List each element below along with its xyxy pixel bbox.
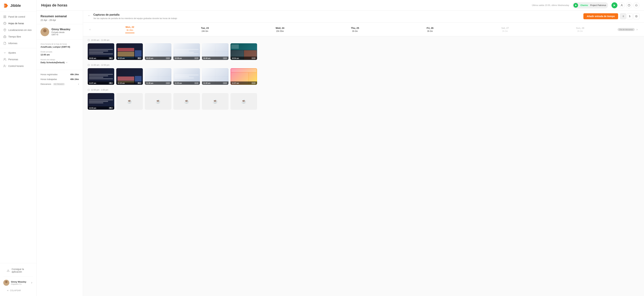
screenshots-row-0: 10:02 am 2: [88, 43, 639, 60]
sidebar-item-reports[interactable]: Informes: [0, 40, 36, 47]
screenshots-header: ← Capturas de pantalla Ver las capturas …: [83, 11, 644, 23]
day-thu-time: 0h 0m: [352, 30, 358, 32]
schedule-item: Horario de trabajo Daily Schedule(Defaul…: [40, 58, 79, 64]
screenshot-time: 10:15 am: [118, 57, 125, 59]
svg-rect-8: [4, 36, 6, 38]
screenshot-time: 11:57 am: [232, 82, 239, 84]
user-info: Ginny Weasley Fichado desde GMT+8: [52, 28, 70, 36]
avatar-image: [3, 280, 9, 286]
schedule-value[interactable]: Daily Schedule(Default): [40, 61, 79, 64]
screenshot-card[interactable]: 10:54 am ⚠ 2: [230, 43, 257, 60]
screenshot-card[interactable]: 12:03 pm 2: [88, 93, 114, 110]
user-company-bottom: Hogwarts Co: [11, 283, 29, 285]
settings-view-button[interactable]: [633, 13, 639, 19]
user-name-bottom: Ginny Weasley: [11, 281, 29, 283]
day-tue[interactable]: Tue, 23 24h 0m: [198, 26, 212, 33]
screenshot-badges: 2: [109, 82, 113, 84]
screenshot-footer: 12:03 pm 2: [88, 106, 114, 110]
svg-point-13: [5, 281, 8, 283]
day-sat-label: Sat, 27: [501, 27, 509, 29]
screenshot-card[interactable]: 11:28 am ⚠ 2: [145, 68, 172, 85]
screenshot-card[interactable]: 10:49 am ⚠ 2: [202, 43, 228, 60]
screenshot-card[interactable]: 10:38 am ⚠ 2: [173, 43, 200, 60]
user-full-name: Ginny Weasley: [52, 28, 70, 31]
screenshots-body: 10:00 am - 11:00 am 10:02 am 2: [83, 36, 644, 296]
screenshot-card-empty: ☕: [230, 93, 257, 110]
coffee-icon: ☕: [241, 99, 246, 104]
list-view-button[interactable]: [620, 13, 626, 19]
screenshot-time: 10:38 am: [175, 57, 182, 59]
day-sun-time: 0h 0m: [578, 30, 583, 32]
screenshot-card-empty: ☕: [173, 93, 200, 110]
screenshot-card[interactable]: 10:15 am 2: [116, 43, 143, 60]
main-content: Hojas de horas Última salida 15:55, últi…: [36, 0, 644, 296]
clock-in-button[interactable]: [612, 2, 618, 8]
sidebar-item-people[interactable]: Personas: [0, 56, 36, 63]
day-sun[interactable]: Sun, 28 0h 0m: [574, 26, 587, 33]
screenshots-desc: Ver las capturas de pantalla de los miem…: [93, 17, 581, 20]
sidebar-item-time-off[interactable]: Tiempo libre: [0, 33, 36, 40]
sidebar-item-time-control[interactable]: Control horario: [0, 63, 36, 69]
svg-point-7: [4, 29, 5, 30]
day-mon[interactable]: Mon, 22 9h 28m: [123, 25, 136, 34]
sc-badge-alert: ⚠ 2: [252, 57, 256, 59]
screenshot-time: 11:07 am: [89, 82, 96, 84]
sc-badge-monitor: 2: [109, 57, 113, 59]
stat-label-0: Horas registradas: [40, 73, 58, 76]
screenshot-time: 10:54 am: [232, 57, 239, 59]
time-slot-0-label: 10:00 am - 11:00 am: [88, 39, 639, 41]
screenshot-card[interactable]: 11:33 am ⚠ 2: [173, 68, 200, 85]
screenshot-badges: 2: [109, 107, 113, 109]
screenshot-footer: 10:49 am ⚠ 2: [202, 57, 228, 60]
calendar-nav: ‹ Mon, 22 9h 28m Tue, 23 24h 0m Wed, 24: [83, 23, 644, 36]
chevron-down-schedule-icon: [66, 61, 68, 64]
next-week-button[interactable]: ›: [635, 27, 639, 32]
day-fri[interactable]: Fri, 26 0h 0m: [424, 26, 437, 33]
monitor-icon: [138, 57, 140, 59]
day-sat[interactable]: Sat, 27 0h 0m: [498, 26, 512, 33]
sidebar-item-timesheets[interactable]: Hojas de horas: [0, 20, 36, 27]
screenshot-card[interactable]: 11:07 am 2: [88, 68, 114, 85]
day-mon-label: Mon, 22: [126, 26, 134, 28]
sc-badge-monitor: 2: [137, 82, 142, 84]
screenshot-time: 10:02 am: [89, 57, 96, 59]
screenshot-badges: ⚠ 2: [252, 82, 256, 84]
screenshot-footer: 10:23 am ⚠ 2: [145, 57, 172, 60]
screenshot-badges: 2: [137, 82, 142, 84]
screenshot-card[interactable]: 11:12 am 2: [116, 68, 143, 85]
tracking-pill[interactable]: Charms Project Patronus: [572, 2, 608, 8]
sidebar-item-dashboard[interactable]: Panel de control: [0, 13, 36, 20]
notifications-button[interactable]: [633, 2, 639, 8]
screenshot-badges: ⚠ 2: [252, 57, 256, 59]
back-arrow[interactable]: ←: [88, 14, 91, 17]
screenshot-card[interactable]: 10:23 am ⚠ 2: [145, 43, 172, 60]
screenshot-time: 10:49 am: [203, 57, 210, 59]
screenshot-card[interactable]: 11:57 am ⚠ 2: [230, 68, 257, 85]
screenshot-badges: ⚠ 2: [223, 57, 227, 59]
screenshot-card[interactable]: 11:43 am ⚠ 2: [202, 68, 228, 85]
header-right-actions: Añadir entrada de tiempo: [584, 13, 639, 19]
screenshot-footer: 10:15 am 2: [116, 57, 143, 60]
day-thu[interactable]: Thu, 25 0h 0m: [348, 26, 362, 33]
add-time-button[interactable]: Añadir entrada de tiempo: [584, 13, 618, 19]
avatar-small: [3, 280, 9, 286]
svg-rect-34: [110, 107, 111, 108]
collapse-button[interactable]: COLAPSAR: [3, 288, 33, 293]
sidebar-item-settings[interactable]: Ajustes: [0, 49, 36, 56]
help-button[interactable]: [626, 2, 632, 8]
sidebar: Jibble Panel de control Hojas de horas L…: [0, 0, 36, 296]
dollar-view-button[interactable]: [627, 13, 633, 19]
sidebar-bottom: Consigue la aplicación Ginny Weasley Hog…: [0, 263, 36, 296]
play-button-icon: [613, 4, 616, 7]
screenshot-card[interactable]: 10:02 am 2: [88, 43, 114, 60]
get-app-item[interactable]: Consigue la aplicación: [3, 266, 33, 275]
day-wed[interactable]: Wed, 24 15h 55m: [273, 26, 287, 33]
sidebar-item-live[interactable]: Localizaciones en vivo: [0, 27, 36, 33]
screenshot-badges: ⚠ 2: [223, 82, 227, 84]
svg-point-20: [43, 29, 46, 32]
user-button[interactable]: [619, 2, 625, 8]
dollar-icon: [628, 15, 631, 17]
user-profile-bottom[interactable]: Ginny Weasley Hogwarts Co: [3, 278, 33, 288]
prev-week-button[interactable]: ‹: [88, 27, 92, 32]
monitor-icon: [138, 82, 140, 84]
